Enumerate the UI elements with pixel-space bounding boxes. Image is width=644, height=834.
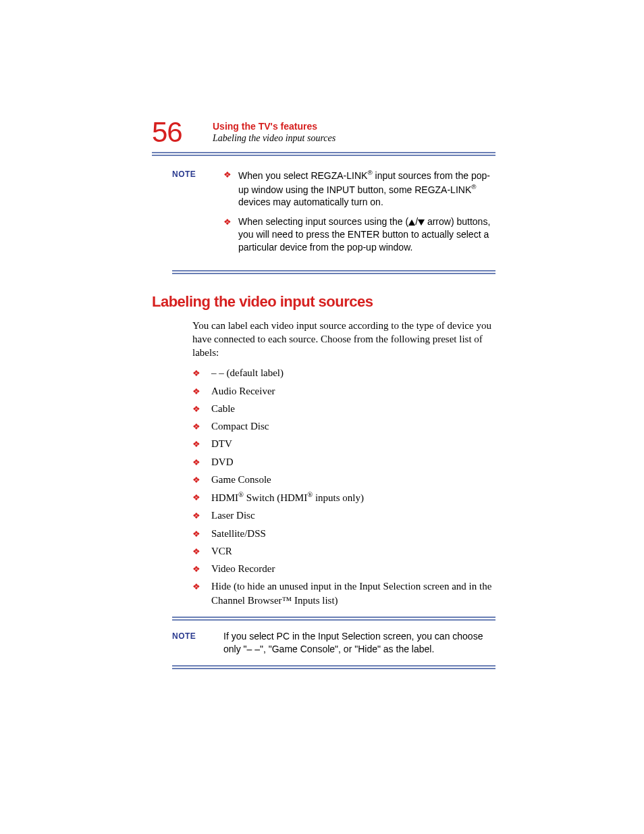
diamond-bullet-icon: ❖ [192,437,211,450]
document-page: 56 Using the TV's features Labeling the … [0,0,644,669]
diamond-bullet-icon: ❖ [192,455,211,469]
diamond-bullet-icon: ❖ [192,527,211,540]
diamond-bullet-icon: ❖ [192,509,211,522]
list-item-text: Compact Disc [211,419,495,433]
divider-double-rule [172,270,495,274]
list-item: ❖VCR [192,544,495,558]
list-item-text: VCR [211,544,495,558]
note-bullet-text: When you select REGZA-LINK® input source… [238,168,495,209]
registered-mark: ® [367,169,372,176]
divider-double-rule [172,617,495,621]
intro-paragraph: You can label each video input source ac… [192,319,495,360]
list-item-text: Laser Disc [211,509,495,522]
diamond-bullet-icon: ❖ [192,579,211,607]
list-item-text: – – (default label) [211,366,495,380]
chapter-title: Using the TV's features [213,121,336,132]
diamond-bullet-icon: ❖ [192,366,211,380]
list-item-text: Audio Receiver [211,384,495,398]
note-block-2: NOTE If you select PC in the Input Selec… [172,630,495,656]
list-item: ❖– – (default label) [192,366,495,380]
diamond-bullet-icon: ❖ [192,473,211,486]
list-item: ❖Audio Receiver [192,384,495,398]
registered-mark: ® [307,491,313,498]
list-item: ❖Hide (to hide an unused input in the In… [192,579,495,607]
list-item: ❖HDMI® Switch (HDMI® inputs only) [192,490,495,504]
diamond-bullet-icon: ❖ [192,419,211,433]
note-label: NOTE [172,630,223,656]
note-bullet-text: When selecting input sources using the (… [238,215,495,254]
diamond-bullet-icon: ❖ [192,490,211,504]
list-item-text: Satellite/DSS [211,527,495,540]
page-header: 56 Using the TV's features Labeling the … [152,118,495,147]
divider-double-rule [172,665,495,669]
preset-label-list: ❖– – (default label) ❖Audio Receiver ❖Ca… [192,366,495,607]
text-fragment: When you select REGZA-LINK [238,170,367,181]
text-fragment: When selecting input sources using the ( [238,216,408,227]
registered-mark: ® [471,183,476,190]
note-bullet-item: ❖ When selecting input sources using the… [223,215,495,254]
list-item: ❖Video Recorder [192,562,495,575]
list-item-text: HDMI® Switch (HDMI® inputs only) [211,490,495,504]
note-block-1: NOTE ❖ When you select REGZA-LINK® input… [172,168,495,261]
diamond-bullet-icon: ❖ [223,168,238,209]
text-fragment: HDMI [211,492,238,503]
text-fragment: devices may automatically turn on. [238,197,383,207]
list-item: ❖Game Console [192,473,495,486]
list-item: ❖Cable [192,402,495,415]
list-item-text: Video Recorder [211,562,495,575]
page-number: 56 [152,118,213,147]
text-fragment: Switch (HDMI [244,492,307,503]
note-body: ❖ When you select REGZA-LINK® input sour… [223,168,495,261]
note-body-text: If you select PC in the Input Selection … [223,630,495,656]
diamond-bullet-icon: ❖ [192,562,211,575]
list-item: ❖DVD [192,455,495,469]
registered-mark: ® [238,491,244,498]
list-item-text: Game Console [211,473,495,486]
list-item-text: Hide (to hide an unused input in the Inp… [211,579,495,607]
note-label: NOTE [172,168,223,261]
diamond-bullet-icon: ❖ [192,384,211,398]
diamond-bullet-icon: ❖ [192,544,211,558]
arrow-up-icon [408,219,415,226]
diamond-bullet-icon: ❖ [223,215,238,254]
note-bullet-item: ❖ When you select REGZA-LINK® input sour… [223,168,495,209]
section-heading: Labeling the video input sources [152,293,495,311]
list-item: ❖Laser Disc [192,509,495,522]
divider-double-rule [152,152,495,156]
diamond-bullet-icon: ❖ [192,402,211,415]
text-fragment: inputs only) [313,492,364,503]
arrow-down-icon [418,219,425,226]
list-item-text: DVD [211,455,495,469]
list-item-text: DTV [211,437,495,450]
header-text-block: Using the TV's features Labeling the vid… [213,118,336,144]
list-item: ❖Compact Disc [192,419,495,433]
list-item: ❖DTV [192,437,495,450]
list-item-text: Cable [211,402,495,415]
section-subtitle: Labeling the video input sources [213,133,336,144]
list-item: ❖Satellite/DSS [192,527,495,540]
